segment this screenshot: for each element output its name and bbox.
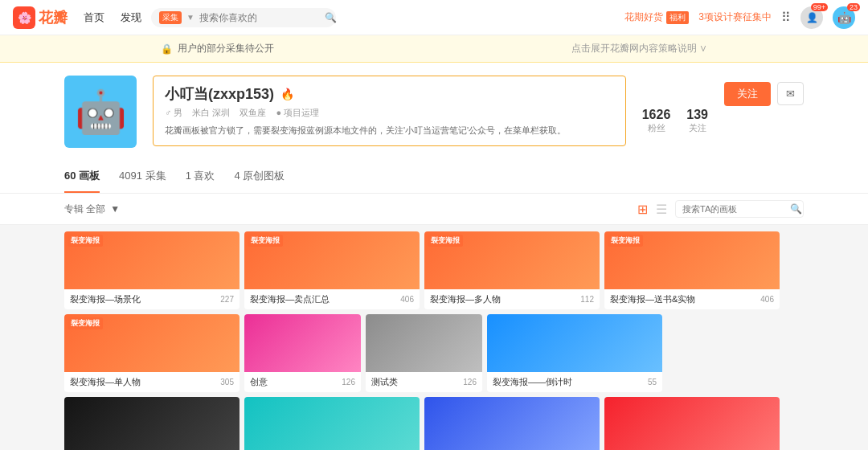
board-count: 55 [648,378,657,387]
nav-home[interactable]: 首页 [84,10,104,25]
search-badge: 采集 [159,11,182,24]
board-filter[interactable]: 专辑 全部 ▼ [64,202,120,216]
follow-button[interactable]: 关注 [724,82,771,106]
board-card[interactable]: 测试类 126 [366,314,482,392]
tabs-bar: 60 画板 4091 采集 1 喜欢 4 原创图板 [0,161,868,194]
board-footer: 裂变海报—送书&实物 406 [604,289,780,309]
board-card[interactable]: 裂变海报 裂变海报—送书&实物 406 [604,231,780,309]
board-card[interactable]: 其他作品 推荐 25 [604,397,780,450]
board-cover: 裂变海报 [424,231,600,289]
board-cover: 裂变海报 [64,231,240,289]
huaqi-label: 花期好货 [624,10,663,24]
contest-label: 3项设计赛征集中 [698,10,772,24]
profile-actions: 关注 ✉ [724,82,804,106]
board-footer: 裂变海报——倒计时 55 [487,372,662,392]
logo-text: 花瓣 [39,8,68,27]
board-card[interactable]: 裂变海报 裂变海报—场景化 227 [64,231,240,309]
board-tag: 裂变海报 [68,235,103,247]
board-cover [487,314,662,372]
search-icon[interactable]: 🔍 [325,12,337,23]
nav-discover[interactable]: 发现 [121,10,141,25]
avatar-badge: 23 [847,3,860,11]
message-button[interactable]: ✉ [777,82,804,105]
profile-desc: 花瓣画板被官方锁了，需要裂变海报蓝例源本地文件的，关注'小叮当运营笔记'公众号，… [165,124,614,137]
search-bar: 采集 ▼ 🔍 [151,8,336,27]
board-name: 裂变海报—场景化 [70,293,141,305]
following-label: 关注 [686,122,708,134]
board-name: 测试类 [371,376,398,388]
board-cover [366,314,482,372]
board-card[interactable]: 创意 126 [244,314,361,392]
board-footer: 裂变海报—单人物 305 [64,372,240,392]
profile-meta-1: 米白 深圳 [192,107,230,119]
notification[interactable]: 👤 99+ [800,6,823,29]
search-input[interactable] [199,12,320,23]
board-footer: 裂变海报—卖点汇总 406 [244,289,420,309]
profile-section: 🤖 小叮当(zxxp153) 🔥 ♂ 男 米白 深圳 双鱼座 ● 项目运理 花瓣… [0,63,868,161]
nav: 首页 发现 [84,10,141,25]
filter-icon: ▼ [110,203,120,215]
board-card[interactable]: 裂变海报 裂变海报—多人物 112 [424,231,600,309]
board-cover [424,397,600,450]
board-footer: 裂变海报—场景化 227 [64,289,240,309]
board-name: 创意 [250,376,268,388]
grid-view-btn[interactable]: ⊞ [637,202,648,217]
notice-text: 用户的部分采集待公开 [178,42,274,55]
profile-meta: ♂ 男 米白 深圳 双鱼座 ● 项目运理 [165,107,614,119]
board-cover [244,397,420,450]
board-cover: 裂变海报 [604,231,780,289]
list-view-btn[interactable]: ☰ [656,202,667,217]
board-count: 126 [463,378,477,387]
avatar[interactable]: 🤖 23 [833,6,855,29]
board-cover [244,314,361,372]
board-name: 裂变海报—单人物 [70,376,141,388]
huaqi-badge: 福利 [666,11,689,24]
board-count: 406 [760,295,774,304]
tab-boards[interactable]: 60 画板 [64,161,100,193]
notice-action[interactable]: 点击展开花瓣网内容策略说明 ∨ [571,42,707,55]
board-footer: 裂变海报—多人物 112 [424,289,600,309]
board-tag: 裂变海报 [608,235,643,247]
tab-original[interactable]: 4 原创图板 [234,161,285,193]
profile-info-box: 小叮当(zxxp153) 🔥 ♂ 男 米白 深圳 双鱼座 ● 项目运理 花瓣画板… [153,76,626,146]
board-name: 裂变海报——倒计时 [493,376,572,388]
dropdown-icon[interactable]: ▼ [186,13,194,22]
huaqi-section[interactable]: 花期好货 福利 [624,10,689,24]
board-card[interactable]: PPT模板，PPT教程 紧缺 8 [424,397,600,450]
header-right: 花期好货 福利 3项设计赛征集中 ⠿ 👤 99+ 🤖 23 [624,6,855,29]
lock-icon: 🔒 [161,43,173,55]
board-cover: 裂变海报 [244,231,420,289]
profile-meta-0: ♂ 男 [165,107,182,119]
profile-name-row: 小叮当(zxxp153) 🔥 [165,84,614,104]
profile-avatar: 🤖 [64,76,137,148]
tab-likes[interactable]: 1 喜欢 [186,161,215,193]
board-toolbar: 专辑 全部 ▼ ⊞ ☰ 🔍 [0,194,868,225]
following-count: 139 [686,108,708,122]
profile-meta-3: ● 项目运理 [276,107,319,119]
profile-stats: 1626 粉丝 139 关注 [642,108,708,134]
board-card[interactable]: 裂变海报 裂变海报—卖点汇总 406 [244,231,420,309]
fans-label: 粉丝 [642,122,671,134]
board-card[interactable]: 裂变海报 裂变海报—单人物 305 [64,314,240,392]
board-count: 112 [580,295,594,304]
board-card[interactable]: 黑白设计 67 [64,397,240,450]
filter-label: 专辑 全部 [64,202,105,216]
following-stat: 139 关注 [686,108,708,134]
notice-bar: 🔒 用户的部分采集待公开 点击展开花瓣网内容策略说明 ∨ [0,35,868,63]
board-tag: 裂变海报 [428,235,463,247]
board-count: 305 [220,378,234,387]
board-footer: 测试类 126 [366,372,482,392]
board-name: 裂变海报—送书&实物 [610,293,695,305]
board-search-icon[interactable]: 🔍 [790,203,802,215]
tab-collections[interactable]: 4091 采集 [119,161,166,193]
board-grid: 裂变海报 裂变海报—场景化 227 裂变海报 裂变海报—卖点汇总 406 裂变海… [0,225,868,450]
contest-section[interactable]: 3项设计赛征集中 [698,10,772,24]
board-cover: 裂变海报 [64,314,240,372]
board-card[interactable]: 详情页 一年卡类 7 [244,397,420,450]
board-footer: 创意 126 [244,372,361,392]
logo[interactable]: 🌸 花瓣 [13,6,68,29]
fans-stat: 1626 粉丝 [642,108,671,134]
board-card[interactable]: 裂变海报——倒计时 55 [487,314,662,392]
grid-icon[interactable]: ⠿ [781,10,791,25]
board-search-input[interactable] [682,204,787,214]
